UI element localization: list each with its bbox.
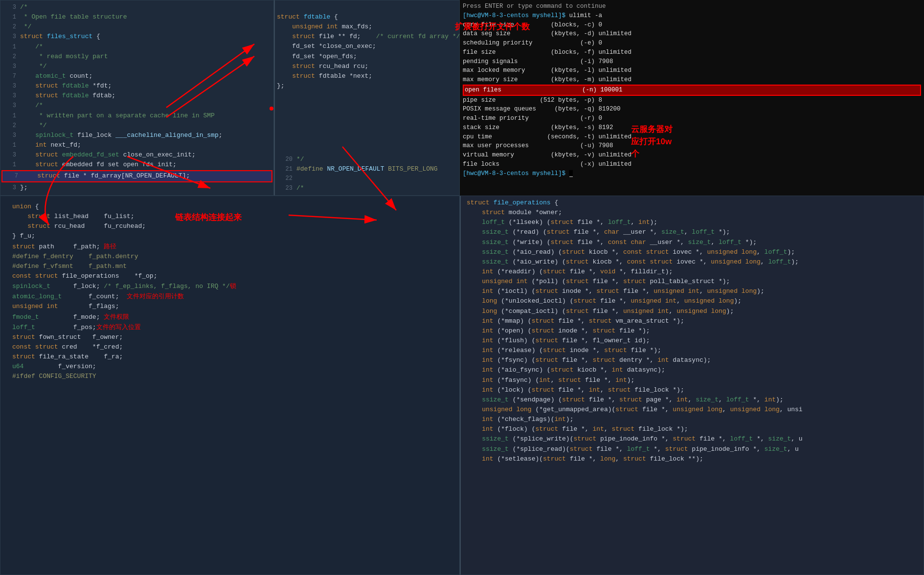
panel-fdtable: struct fdtable { unsigned int max_fds; s… — [274, 0, 460, 196]
terminal-line: POSIX message queues (bytes, -q) 819200 — [463, 105, 921, 114]
code-line: union { — [0, 202, 459, 212]
code-line: const struct cred *f_cred; — [0, 342, 459, 352]
code-line: ssize_t (*splice_read)(struct file *, lo… — [461, 444, 924, 454]
code-line: struct rcu_head fu_rcuhead; — [0, 221, 459, 231]
code-line: 2 */ — [0, 22, 273, 32]
code-line: 1 * written part on a separate cache lin… — [0, 111, 273, 121]
terminal-line: [hwc@VM-8-3-centos myshell]$ █ — [463, 169, 921, 178]
code-line: 3 struct fdtable fdtab; — [0, 91, 273, 101]
code-line: int (*fasync) (int, struct file *, int); — [461, 376, 924, 385]
code-line: unsigned int f_flags; — [0, 302, 459, 311]
terminal-line: core file size (blocks, -c) 0 — [463, 21, 921, 30]
code-line: 23 /* — [275, 183, 459, 193]
code-line: 3 */ — [0, 62, 273, 71]
terminal-line: file size (blocks, -f) unlimited — [463, 48, 921, 57]
terminal-line: max memory size (kbytes, -m) unlimited — [463, 75, 921, 85]
code-line: 1 int next_fd; — [0, 140, 273, 150]
code-line: int (*open) (struct inode *, struct file… — [461, 326, 924, 336]
code-line: struct path f_path; 路径 — [0, 242, 459, 252]
code-line: int (*flush) (struct file *, fl_owner_t … — [461, 336, 924, 346]
code-line: ssize_t (*write) (struct file *, const c… — [461, 238, 924, 247]
code-line: int (*aio_fsync) (struct kiocb *, int da… — [461, 365, 924, 375]
code-line: struct fdtable *next; — [275, 71, 459, 81]
terminal-line: max locked memory (kbytes, -l) unlimited — [463, 66, 921, 75]
code-line: ssize_t (*sendpage) (struct file *, stru… — [461, 395, 924, 405]
code-line: int (*readdir) (struct file *, void *, f… — [461, 267, 924, 277]
code-line: 3 /* — [0, 101, 273, 111]
terminal-line: pending signals (-i) 7908 — [463, 57, 921, 66]
code-line: int (*release) (struct inode *, struct f… — [461, 346, 924, 355]
code-line: } f_u; — [0, 231, 459, 241]
code-line: 7 atomic_t count; — [0, 71, 273, 81]
code-line: struct file_ra_state f_ra; — [0, 352, 459, 362]
code-line: fd_set *close_on_exec; — [275, 42, 459, 51]
code-line: 3 struct embedded_fd_set close_on_exec_i… — [0, 150, 273, 160]
code-line: unsigned int max_fds; — [275, 22, 459, 32]
panel-terminal: Press ENTER or type command to continue … — [460, 0, 924, 196]
terminal-line: stack size (kbytes, -s) 8192 — [463, 123, 921, 133]
code-line: loff_t (*llseek) (struct file *, loff_t,… — [461, 218, 924, 227]
code-line: int (*lock) (struct file *, int, struct … — [461, 385, 924, 395]
code-line: const struct file_operations *f_op; — [0, 271, 459, 281]
code-line: int (*fsync) (struct file *, struct dent… — [461, 355, 924, 365]
code-line: long (*compat_ioctl) (struct file *, uns… — [461, 307, 924, 316]
code-line: }; — [275, 81, 459, 91]
code-line: unsigned long (*get_unmapped_area)(struc… — [461, 405, 924, 415]
code-line: struct file ** fd; /* current fd array *… — [275, 32, 459, 42]
terminal-line: data seg size (kbytes, -d) unlimited — [463, 29, 921, 39]
terminal-line: virtual memory (kbytes, -v) unlimited — [463, 151, 921, 160]
panel-files-struct: 3 /* 1 * Open file table structure 2 */ … — [0, 0, 274, 196]
terminal-line: scheduling priority (-e) 0 — [463, 39, 921, 48]
code-line: int (*mmap) (struct file *, struct vm_ar… — [461, 316, 924, 326]
code-line: fmode_t f_mode; 文件权限 — [0, 312, 459, 322]
code-line: spinlock_t f_lock; /* f_ep_links, f_flag… — [0, 281, 459, 291]
code-line: 3 struct fdtable *fdt; — [0, 81, 273, 91]
code-line: struct fdtable { — [275, 12, 459, 22]
terminal-line: cpu time (seconds, -t) unlimited — [463, 133, 921, 142]
code-line: 2 */ — [0, 121, 273, 131]
terminal-line: max user processes (-u) 7908 — [463, 141, 921, 151]
code-line: long (*unlocked_ioctl) (struct file *, u… — [461, 296, 924, 306]
code-line: fd_set *open_fds; — [275, 52, 459, 62]
code-line: struct fown_struct f_owner; — [0, 332, 459, 342]
code-line: ssize_t (*aio_write) (struct kiocb *, co… — [461, 257, 924, 267]
code-line: int (*check_flags)(int); — [461, 415, 924, 424]
code-line: 3 struct files_struct { — [0, 32, 273, 42]
code-line: struct file_operations { — [461, 198, 924, 208]
code-line-highlighted: 7 struct file * fd_array[NR_OPEN_DEFAULT… — [1, 170, 272, 182]
code-line: int (*setlease)(struct file *, long, str… — [461, 454, 924, 464]
code-line: 3 spinlock_t file_lock ___cacheline_alig… — [0, 131, 273, 140]
panel-file-struct: union { struct list_head fu_list; struct… — [0, 196, 460, 575]
code-line: 2 * read mostly part — [0, 52, 273, 62]
code-line: ssize_t (*read) (struct file *, char __u… — [461, 227, 924, 237]
code-line: atomic_long_t f_count; 文件对应的引用计数 — [0, 291, 459, 302]
code-line: 1 * Open file table structure — [0, 12, 273, 22]
code-line: ssize_t (*aio_read) (struct kiocb *, con… — [461, 247, 924, 257]
code-line: int (*flock) (struct file *, int, struct… — [461, 424, 924, 434]
code-line: struct module *owner; — [461, 208, 924, 218]
code-line: u64 f_version; — [0, 362, 459, 372]
code-line: 22 — [275, 174, 459, 183]
code-line: 20 */ — [275, 155, 459, 164]
panel-file-operations: struct file_operations { struct module *… — [460, 196, 924, 575]
terminal-line: real-time priority (-r) 0 — [463, 114, 921, 123]
terminal-line-highlight: open files (-n) 100001 — [463, 85, 921, 96]
terminal-line: Press ENTER or type command to continue — [463, 2, 921, 11]
code-line: 1 struct embedded fd set open fds init; — [0, 160, 273, 170]
code-line: 21 #define NR_OPEN_DEFAULT BITS_PER_LONG — [275, 164, 459, 174]
code-line: 1 /* — [0, 42, 273, 52]
code-line: #define f_dentry f_path.dentry — [0, 252, 459, 262]
terminal-line: pipe size (512 bytes, -p) 8 — [463, 96, 921, 105]
code-line: 3 /* — [0, 2, 273, 12]
code-line: ssize_t (*splice_write)(struct pipe_inod… — [461, 434, 924, 444]
terminal-line: [hwc@VM-8-3-centos myshell]$ ulimit -a — [463, 11, 921, 21]
code-line: #ifdef CONFIG_SECURITY — [0, 372, 459, 381]
terminal-line: file locks (-x) unlimited — [463, 160, 921, 169]
code-line: #define f_vfsmnt f_path.mnt — [0, 262, 459, 271]
code-line: struct list_head fu_list; — [0, 212, 459, 221]
code-line: loff_t f_pos;文件的写入位置 — [0, 322, 459, 332]
code-line: 3 }; — [0, 183, 273, 193]
code-line: struct rcu_head rcu; — [275, 62, 459, 71]
code-line: unsigned int (*poll) (struct file *, str… — [461, 277, 924, 287]
code-line: int (*ioctl) (struct inode *, struct fil… — [461, 287, 924, 296]
